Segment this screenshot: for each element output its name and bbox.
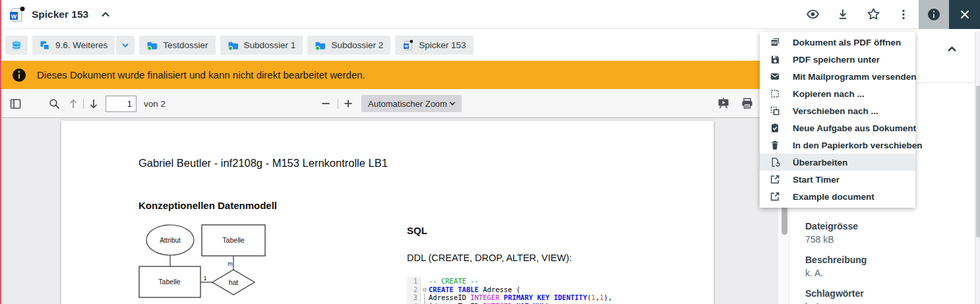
external-link-icon bbox=[770, 191, 780, 202]
document-heading: Konzeptionellen Datenmodell bbox=[138, 200, 277, 211]
zoom-out-icon bbox=[321, 98, 331, 109]
code-line: 3AdresseID INTEGER PRIMARY KEY IDENTITY(… bbox=[407, 293, 712, 302]
move-icon bbox=[770, 106, 780, 116]
panel-collapse-button[interactable] bbox=[946, 44, 958, 55]
menu-item-save-pdf[interactable]: PDF speichern unter bbox=[760, 51, 915, 68]
chevron-down-icon bbox=[121, 41, 130, 50]
arrow-up-icon bbox=[67, 98, 79, 110]
window-edge bbox=[0, 0, 1, 304]
window-scrollbar[interactable] bbox=[975, 32, 980, 304]
folder-icon bbox=[315, 40, 326, 51]
sidebar-toggle-button[interactable] bbox=[5, 89, 25, 118]
close-icon bbox=[960, 9, 970, 20]
code-line: 4AdresseTypID INTEGER NOT NULL bbox=[407, 302, 712, 304]
pdf-viewer: Gabriel Beutler - inf2108g - M153 Lernko… bbox=[0, 118, 789, 304]
external-link-icon bbox=[770, 174, 780, 185]
breadcrumb-label: 9.6. Weiteres bbox=[55, 40, 107, 50]
zoom-select-value: Automatischer Zoom bbox=[368, 99, 447, 109]
info-button[interactable] bbox=[919, 0, 949, 29]
breadcrumb: 9.6. Weiteres Testdossier Subdossier 1 bbox=[0, 29, 789, 61]
code-line: 2⊟CREATE TABLE Adresse ( bbox=[407, 286, 712, 294]
breadcrumb-item-spicker153[interactable]: W Spicker 153 bbox=[395, 36, 473, 55]
menu-item-open-pdf[interactable]: PDF Dokument als PDF öffnen bbox=[760, 34, 915, 51]
breadcrumb-expand-button[interactable] bbox=[116, 36, 135, 55]
zoom-in-icon bbox=[343, 98, 353, 109]
breadcrumb-item-testdossier[interactable]: Testdossier bbox=[139, 36, 215, 55]
field-value: 758 kB bbox=[805, 233, 964, 245]
breadcrumb-item-subdossier1[interactable]: Subdossier 1 bbox=[220, 36, 303, 55]
page-title: Spicker 153 bbox=[32, 9, 88, 20]
next-page-button[interactable] bbox=[84, 89, 103, 118]
page-count-label: von 2 bbox=[144, 89, 166, 118]
menu-item-ueberarbeiten[interactable]: Überarbeiten bbox=[760, 154, 915, 171]
svg-text:W: W bbox=[404, 44, 408, 48]
page-number-input[interactable] bbox=[106, 96, 137, 112]
menu-item-label: Example document bbox=[793, 192, 874, 202]
print-icon bbox=[741, 97, 754, 110]
info-icon bbox=[927, 7, 941, 22]
search-icon bbox=[48, 98, 61, 110]
viewer-scrollbar-thumb[interactable] bbox=[781, 203, 787, 235]
sidebar-toggle-icon bbox=[9, 98, 22, 110]
download-button[interactable] bbox=[828, 0, 858, 29]
menu-item-label: Überarbeiten bbox=[793, 158, 847, 167]
menu-item-example-document[interactable]: Example document bbox=[760, 188, 915, 205]
task-icon bbox=[770, 123, 780, 133]
banner-text: Dieses Dokument wurde finalisiert und ka… bbox=[37, 69, 365, 80]
field-value: k. A. bbox=[805, 301, 964, 304]
menu-item-label: Mit Mailprogramm versenden bbox=[793, 72, 917, 82]
menu-item-label: Dokument als PDF öffnen bbox=[793, 38, 901, 47]
breadcrumb-label: Subdossier 1 bbox=[244, 40, 296, 50]
svg-text:W: W bbox=[11, 13, 17, 19]
preview-button[interactable] bbox=[797, 0, 828, 29]
menu-item-start-timer[interactable]: Start Timer bbox=[760, 171, 915, 188]
previous-page-button[interactable] bbox=[65, 89, 82, 118]
breadcrumb-root[interactable] bbox=[5, 36, 28, 55]
toolbar-separator bbox=[338, 98, 338, 109]
code-line: 1-- CREATE -- bbox=[407, 277, 712, 286]
window-scrollbar-thumb[interactable] bbox=[976, 86, 980, 237]
zoom-in-button[interactable] bbox=[339, 89, 357, 118]
zoom-select[interactable]: Automatischer Zoom bbox=[361, 95, 462, 112]
menu-item-copy-to[interactable]: Kopieren nach ... bbox=[760, 85, 915, 102]
menu-item-label: PDF speichern unter bbox=[793, 55, 880, 65]
sql-code-block: 1-- CREATE --2⊟CREATE TABLE Adresse (3Ad… bbox=[407, 277, 712, 304]
ddl-label: DDL (CREATE, DROP, ALTER, VIEW): bbox=[407, 253, 572, 263]
zoom-out-button[interactable] bbox=[317, 89, 335, 118]
revise-icon bbox=[770, 157, 780, 167]
mail-icon bbox=[770, 71, 780, 82]
menu-item-new-task[interactable]: Neue Aufgabe aus Dokument bbox=[760, 119, 915, 137]
menu-item-send-mail[interactable]: Mit Mailprogramm versenden bbox=[760, 68, 915, 85]
hierarchy-icon bbox=[40, 40, 50, 51]
menu-item-move-to[interactable]: Verschieben nach ... bbox=[760, 102, 915, 119]
eye-icon bbox=[806, 7, 820, 21]
svg-text:PDF: PDF bbox=[772, 42, 778, 45]
field-label: Schlagwörter bbox=[805, 288, 964, 299]
word-file-icon: W bbox=[402, 40, 413, 51]
close-button[interactable] bbox=[949, 0, 980, 29]
more-actions-button[interactable] bbox=[888, 0, 919, 29]
chevron-up-icon[interactable] bbox=[100, 9, 111, 20]
menu-item-label: Neue Aufgabe aus Dokument bbox=[793, 123, 916, 133]
header: W Spicker 153 bbox=[0, 0, 980, 29]
find-button[interactable] bbox=[45, 89, 63, 118]
diagram-cardinality-1: 1 bbox=[203, 275, 206, 282]
breadcrumb-item-weiteres[interactable]: 9.6. Weiteres bbox=[32, 36, 115, 55]
field-label: Beschreibung bbox=[805, 254, 964, 266]
document-title: Gabriel Beutler - inf2108g - M153 Lernko… bbox=[138, 157, 388, 169]
print-button[interactable] bbox=[737, 89, 757, 118]
field-beschreibung: Beschreibung k. A. bbox=[805, 254, 964, 279]
breadcrumb-item-subdossier2[interactable]: Subdossier 2 bbox=[307, 36, 390, 55]
kebab-menu-icon bbox=[898, 9, 909, 20]
favorite-button[interactable] bbox=[858, 0, 888, 29]
presentation-mode-button[interactable] bbox=[714, 89, 733, 118]
database-icon bbox=[11, 40, 22, 51]
sql-heading: SQL bbox=[407, 225, 427, 236]
menu-item-move-to-trash[interactable]: In den Papierkorb verschieben bbox=[760, 137, 915, 154]
copy-icon bbox=[770, 88, 780, 99]
diagram-ellipse-label: Attribut bbox=[160, 237, 181, 244]
diagram-rect-top-label: Tabelle bbox=[222, 236, 244, 244]
pdf-page: Gabriel Beutler - inf2108g - M153 Lernko… bbox=[61, 121, 714, 304]
diagram-diamond-label: hat bbox=[229, 278, 239, 286]
breadcrumb-label: Testdossier bbox=[163, 40, 208, 50]
